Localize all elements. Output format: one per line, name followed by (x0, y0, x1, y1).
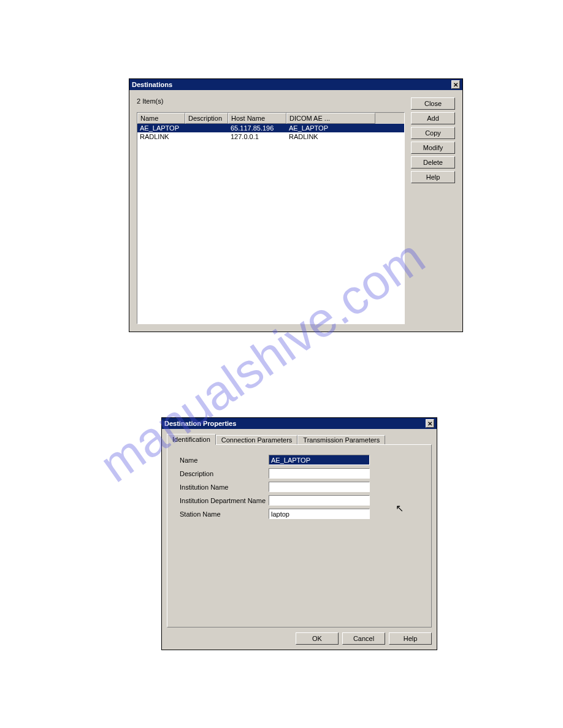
close-button[interactable]: Close (411, 97, 455, 110)
ok-button[interactable]: OK (296, 632, 339, 645)
modify-button[interactable]: Modify (411, 142, 455, 154)
tabs-container: Identification Connection Parameters Tra… (167, 434, 432, 444)
description-input[interactable] (269, 468, 370, 479)
table-header: Name Description Host Name DICOM AE ... (137, 113, 404, 124)
properties-titlebar: Destination Properties ✕ (162, 418, 437, 429)
copy-button[interactable]: Copy (411, 127, 455, 139)
department-input[interactable] (269, 495, 370, 506)
item-count-label: 2 Item(s) (137, 97, 405, 105)
cell-description (185, 124, 228, 132)
cell-name: RADLINK (137, 132, 185, 141)
table-row[interactable]: AE_LAPTOP 65.117.85.196 AE_LAPTOP (137, 124, 404, 132)
tab-panel-identification: Name Description Institution Name Instit… (167, 444, 432, 628)
name-label: Name (180, 457, 269, 464)
close-icon[interactable]: ✕ (451, 80, 460, 89)
destinations-table: Name Description Host Name DICOM AE ... … (137, 112, 405, 324)
column-header-dicom[interactable]: DICOM AE ... (286, 113, 375, 124)
properties-window: Destination Properties ✕ Identification … (161, 417, 437, 650)
cell-dicom: AE_LAPTOP (286, 124, 375, 132)
department-label: Institution Department Name (180, 497, 269, 504)
properties-title: Destination Properties (164, 420, 236, 427)
column-header-description[interactable]: Description (185, 113, 228, 124)
destinations-titlebar: Destinations ✕ (129, 79, 462, 90)
help-button[interactable]: Help (411, 171, 455, 183)
station-label: Station Name (180, 510, 269, 518)
column-header-name[interactable]: Name (137, 113, 185, 124)
delete-button[interactable]: Delete (411, 156, 455, 169)
tab-transmission[interactable]: Transmission Parameters (297, 435, 385, 444)
name-input[interactable] (269, 455, 370, 465)
description-label: Description (180, 470, 269, 477)
destinations-title: Destinations (132, 81, 172, 88)
cancel-button[interactable]: Cancel (342, 632, 385, 645)
station-input[interactable] (269, 509, 370, 519)
help-button[interactable]: Help (389, 632, 432, 645)
cell-host: 65.117.85.196 (228, 124, 286, 132)
add-button[interactable]: Add (411, 112, 455, 124)
tab-connection[interactable]: Connection Parameters (216, 435, 298, 444)
cell-host: 127.0.0.1 (228, 132, 286, 141)
cell-dicom: RADLINK (286, 132, 375, 141)
tab-identification[interactable]: Identification (167, 434, 216, 445)
institution-input[interactable] (269, 482, 370, 492)
cell-name: AE_LAPTOP (137, 124, 185, 132)
column-header-host[interactable]: Host Name (228, 113, 286, 124)
close-icon[interactable]: ✕ (426, 419, 434, 428)
destinations-window: Destinations ✕ 2 Item(s) Name Descriptio… (129, 78, 463, 332)
cell-description (185, 132, 228, 141)
institution-label: Institution Name (180, 483, 269, 491)
table-row[interactable]: RADLINK 127.0.0.1 RADLINK (137, 132, 404, 141)
